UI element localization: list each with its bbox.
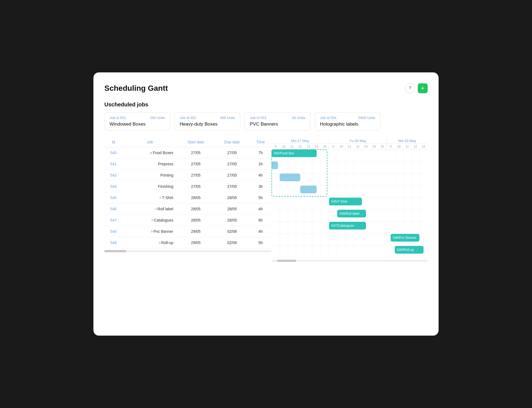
job-card-0[interactable]: Job id 551 250 Units Windowed Boxes <box>104 112 170 131</box>
gantt-bar-4: 545/T-Shirt <box>329 198 362 205</box>
gantt-hour-1-3: 12 <box>354 145 362 148</box>
table-row[interactable]: 543 Printing 27/05 27/05 4h <box>104 170 271 181</box>
gantt-cell <box>379 186 387 197</box>
gantt-cell <box>354 234 362 246</box>
gantt-cell <box>420 174 428 185</box>
main-content: IdJobStart dateDue dateTime 540 ∨Food Bo… <box>104 137 428 262</box>
gantt-cell <box>296 222 304 234</box>
row-time: 4h <box>250 170 271 181</box>
gantt-cell <box>411 222 420 234</box>
gantt-cell <box>370 149 379 161</box>
gantt-cell <box>271 222 280 234</box>
gantt-cell <box>304 162 313 173</box>
row-id: 541 <box>104 158 122 170</box>
plus-icon: + <box>421 85 425 92</box>
job-card-units-2: 50 Units <box>292 116 305 120</box>
gantt-cell <box>271 246 280 258</box>
table-row[interactable]: 546 >Roll label 28/05 28/05 4h <box>104 203 271 215</box>
gantt-bar-2 <box>280 174 300 181</box>
gantt-cell <box>387 246 395 258</box>
help-button[interactable]: ? <box>405 83 415 93</box>
gantt-hour-1-2: 11 <box>345 145 354 148</box>
gantt-bar-7: 548/Pvc Banner <box>391 234 419 242</box>
row-start: 29/05 <box>177 226 214 237</box>
table-scrollbar[interactable] <box>104 250 271 252</box>
gantt-cell <box>345 234 354 246</box>
add-button[interactable]: + <box>418 83 428 93</box>
row-job: >T-Shirt <box>122 192 177 203</box>
gantt-cell <box>313 234 321 246</box>
gantt-cell <box>329 149 337 161</box>
gantt-cell <box>337 149 345 161</box>
gantt-cell <box>420 210 428 222</box>
gantt-cell <box>395 198 403 209</box>
gantt-cell <box>329 174 337 185</box>
gantt-body: 540/Food Box545/T-Shirt546/Roll label547… <box>271 149 428 258</box>
table-row[interactable]: 549 >Roll-up 29/05 02/06 5h <box>104 237 271 248</box>
gantt-cell <box>313 210 321 222</box>
gantt-hour-1-0: 9 <box>329 145 337 148</box>
gantt-bar-8: 549/Roll-up <box>395 246 424 254</box>
header: Scheduling Gantt ? + <box>104 83 428 93</box>
row-start: 27/05 <box>177 170 214 181</box>
gantt-cell <box>337 186 345 197</box>
gantt-cell <box>411 198 420 209</box>
job-card-id-2: Job id 553 <box>250 116 266 120</box>
gantt-cell <box>362 198 370 209</box>
table-row[interactable]: 540 ∨Food Boxes 27/05 27/05 7h <box>104 147 271 158</box>
job-card-3[interactable]: Job id 554 5000 Units Holographic labels <box>315 112 381 131</box>
gantt-cell <box>420 222 428 234</box>
row-job: Finishing <box>122 181 177 192</box>
row-start: 27/05 <box>177 158 214 170</box>
row-time: 3h <box>250 181 271 192</box>
job-card-1[interactable]: Job id 552 300 Units Heavy-duty Boxes <box>175 112 240 131</box>
gantt-cell <box>304 246 313 258</box>
gantt-cell <box>370 246 379 258</box>
gantt-cell <box>304 210 313 222</box>
job-card-name-3: Holographic labels <box>320 121 375 127</box>
row-id: 543 <box>104 170 122 181</box>
gantt-cell <box>337 234 345 246</box>
gantt-cell <box>395 162 403 173</box>
gantt-cell <box>420 149 428 161</box>
gantt-hour-1-4: 13 <box>362 145 370 148</box>
gantt-cell <box>280 162 288 173</box>
gantt-hour-0-5: 14 <box>312 145 321 148</box>
gantt-cell <box>321 186 329 197</box>
gantt-cell <box>345 246 354 258</box>
page-title: Scheduling Gantt <box>104 84 168 93</box>
table-row[interactable]: 541 Prepress 27/05 27/05 1h <box>104 158 271 170</box>
gantt-cell <box>280 186 288 197</box>
gantt-cell <box>296 246 304 258</box>
gantt-cell <box>329 210 337 222</box>
job-card-2[interactable]: Job id 553 50 Units PVC Banners <box>245 112 310 131</box>
table-row[interactable]: 545 >T-Shirt 28/05 28/05 5h <box>104 192 271 203</box>
job-prefix: > <box>159 195 161 200</box>
job-prefix: ∨ <box>150 151 152 155</box>
table-row[interactable]: 548 >Pvc Banner 29/05 02/06 4h <box>104 226 271 237</box>
gantt-cell <box>345 186 354 197</box>
gantt-row <box>271 186 428 198</box>
gantt-cell <box>296 198 304 209</box>
gantt-scrollbar[interactable] <box>271 260 428 262</box>
gantt-bar-5: 546/Roll label <box>337 210 366 217</box>
job-card-name-2: PVC Banners <box>250 121 305 127</box>
row-id: 547 <box>104 215 122 226</box>
gantt-cell <box>403 149 411 161</box>
gantt-cell <box>420 198 428 209</box>
gantt-hour-2-4: 13 <box>419 145 428 148</box>
gantt-scrollbar-thumb <box>277 260 296 262</box>
table-row[interactable]: 547 >Catalogues 28/05 28/05 6h <box>104 215 271 226</box>
gantt-bar-1 <box>271 162 278 169</box>
gantt-cell <box>387 210 395 222</box>
gantt-cell <box>420 162 428 173</box>
gantt-hour-0-3: 12 <box>296 145 304 148</box>
table-row[interactable]: 544 Finishing 27/05 27/05 3h <box>104 181 271 192</box>
gantt-day-label-1: Tu-28 May <box>329 137 386 144</box>
gantt-cell <box>288 234 296 246</box>
row-time: 6h <box>250 215 271 226</box>
gantt-cell <box>395 174 403 185</box>
header-actions: ? + <box>405 83 428 93</box>
gantt-cell <box>288 222 296 234</box>
gantt-cell <box>420 234 428 246</box>
